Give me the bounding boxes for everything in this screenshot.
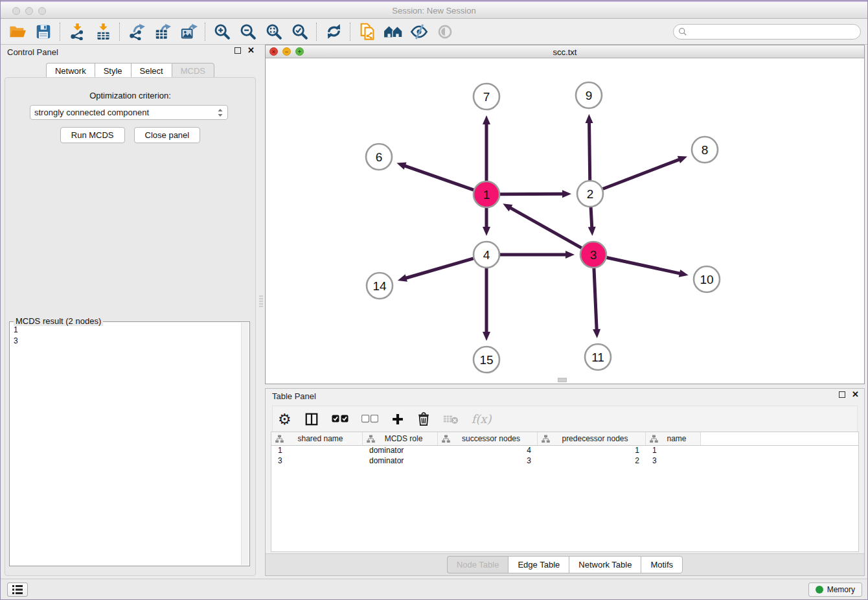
graph-node-label-4: 4: [483, 248, 490, 262]
graph-node-label-7: 7: [483, 90, 490, 104]
table-cell[interactable]: 4: [438, 446, 538, 456]
graph-edge-1-2[interactable]: [500, 194, 563, 194]
select-all-rows-button[interactable]: [332, 415, 348, 423]
session-title: Session: New Session: [1, 6, 867, 16]
delete-column-button[interactable]: [417, 412, 430, 426]
close-panel-button[interactable]: Close panel: [134, 127, 201, 143]
zoom-out-button[interactable]: [235, 21, 261, 43]
show-columns-button[interactable]: [304, 412, 319, 426]
graph-edge-1-6[interactable]: [405, 166, 474, 190]
tab-motifs[interactable]: Motifs: [641, 556, 683, 573]
table-panel-title: Table Panel: [272, 391, 316, 401]
add-column-button[interactable]: [391, 413, 404, 426]
application-window: Session: New Session: [0, 0, 868, 600]
delete-table-button[interactable]: [443, 413, 459, 425]
table-settings-button[interactable]: ⚙: [278, 412, 291, 426]
column-header-shared-name[interactable]: shared name: [271, 432, 363, 445]
graph-edge-2-8[interactable]: [603, 159, 680, 189]
table-cell[interactable]: 1: [646, 446, 701, 456]
export-network-icon: [128, 23, 146, 40]
table-row[interactable]: 1dominator411: [271, 446, 858, 456]
apply-layout-button[interactable]: [321, 21, 347, 43]
tab-network-table[interactable]: Network Table: [569, 556, 641, 573]
open-session-button[interactable]: [5, 21, 30, 43]
refresh-icon: [325, 23, 343, 40]
graph-node-label-2: 2: [587, 187, 594, 201]
hide-selected-button[interactable]: [406, 21, 432, 43]
import-table-icon: [95, 23, 112, 40]
result-scrollbar[interactable]: [241, 323, 249, 565]
show-hidden-button[interactable]: [432, 21, 458, 43]
export-table-icon: [154, 23, 172, 40]
search-box[interactable]: [673, 24, 861, 40]
mcds-panel: Optimization criterion: strongly connect…: [5, 77, 256, 576]
node-table[interactable]: shared nameMCDS rolesuccessor nodesprede…: [271, 432, 859, 552]
toolbar-separator: [119, 23, 120, 41]
graph-edge-3-10[interactable]: [607, 257, 680, 273]
table-cell[interactable]: 2: [538, 456, 646, 467]
column-type-icon: [442, 435, 450, 443]
graph-edge-4-14[interactable]: [405, 259, 474, 278]
save-session-button[interactable]: [30, 21, 56, 43]
table-cell[interactable]: 3: [646, 456, 701, 467]
network-table-splitter-grip[interactable]: [558, 378, 567, 382]
two-houses-icon: [383, 23, 403, 40]
mcds-result-item: 3: [14, 336, 18, 347]
task-history-button[interactable]: [7, 583, 28, 597]
clone-network-button[interactable]: [354, 21, 380, 43]
memory-button[interactable]: Memory: [808, 583, 862, 597]
mcds-result-box: MCDS result (2 nodes) 1 3: [9, 321, 250, 566]
import-table-button[interactable]: [90, 21, 116, 43]
export-table-button[interactable]: [150, 21, 176, 43]
close-panel-icon[interactable]: ✕: [247, 47, 255, 54]
float-panel-icon[interactable]: [234, 47, 241, 54]
network-graph[interactable]: 7968124314101511: [266, 59, 864, 384]
zoom-in-button[interactable]: [209, 21, 235, 43]
clone-network-icon: [358, 23, 376, 41]
fx-icon: f(x): [472, 412, 492, 426]
chevron-up-down-icon: [217, 108, 223, 118]
close-table-panel-icon[interactable]: ✕: [852, 391, 859, 398]
import-network-button[interactable]: [64, 21, 90, 43]
column-header-name[interactable]: name: [646, 432, 701, 445]
column-header-successor-nodes[interactable]: successor nodes: [438, 432, 538, 445]
export-image-button[interactable]: [176, 21, 201, 43]
tab-edge-table[interactable]: Edge Table: [508, 556, 569, 573]
graph-edge-3-1[interactable]: [510, 208, 582, 248]
run-mcds-button[interactable]: Run MCDS: [60, 127, 125, 143]
main-toolbar: [1, 19, 867, 45]
table-cell[interactable]: dominator: [363, 456, 438, 467]
panel-splitter-grip[interactable]: [259, 295, 263, 307]
network-window-titlebar[interactable]: × − + scc.txt: [266, 45, 864, 58]
zoom-selected-button[interactable]: [287, 21, 313, 43]
graph-edge-2-3[interactable]: [591, 207, 592, 227]
table-cell[interactable]: dominator: [363, 446, 438, 456]
table-row[interactable]: 3dominator323: [271, 456, 858, 467]
memory-label: Memory: [827, 585, 855, 594]
table-cell[interactable]: 1: [271, 446, 363, 456]
export-network-button[interactable]: [124, 21, 150, 43]
optimization-criterion-select[interactable]: strongly connected component: [30, 105, 228, 120]
table-cell[interactable]: 3: [271, 456, 363, 467]
tab-node-table[interactable]: Node Table: [447, 556, 508, 573]
zoom-fit-button[interactable]: [261, 21, 287, 43]
graph-edge-2-9[interactable]: [589, 122, 590, 180]
search-input[interactable]: [687, 27, 860, 37]
open-folder-icon: [8, 23, 27, 40]
float-table-panel-icon[interactable]: [839, 391, 845, 398]
table-toolbar: ⚙: [272, 406, 858, 432]
graph-node-label-1: 1: [483, 188, 490, 202]
column-header-MCDS-role[interactable]: MCDS role: [363, 432, 438, 445]
show-all-button[interactable]: [380, 21, 406, 43]
column-type-icon: [542, 435, 550, 443]
graph-edge-3-11[interactable]: [594, 268, 597, 330]
graph-node-label-11: 11: [591, 351, 604, 364]
apply-function-button[interactable]: f(x): [472, 412, 492, 426]
toolbar-separator: [316, 23, 317, 41]
table-cell[interactable]: 1: [538, 446, 646, 456]
graph-node-label-8: 8: [702, 143, 709, 157]
table-cell[interactable]: 3: [438, 456, 538, 467]
column-header-predecessor-nodes[interactable]: predecessor nodes: [538, 432, 646, 445]
columns-icon: [304, 412, 319, 426]
deselect-all-rows-button[interactable]: [361, 415, 378, 423]
